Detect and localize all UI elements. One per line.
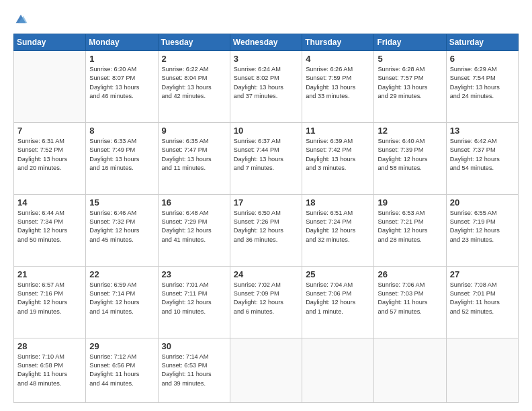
day-info: Sunrise: 6:20 AMSunset: 8:07 PMDaylight:… — [89, 65, 154, 101]
calendar-cell — [446, 338, 518, 402]
calendar-week-row: 21Sunrise: 6:57 AMSunset: 7:16 PMDayligh… — [14, 266, 519, 338]
day-info: Sunrise: 6:53 AMSunset: 7:21 PMDaylight:… — [378, 209, 442, 244]
calendar-header-wednesday: Wednesday — [230, 34, 302, 51]
calendar-cell: 10Sunrise: 6:37 AMSunset: 7:44 PMDayligh… — [230, 122, 302, 194]
day-number: 8 — [89, 126, 154, 136]
day-info: Sunrise: 7:10 AMSunset: 6:58 PMDaylight:… — [17, 353, 82, 388]
day-number: 1 — [89, 54, 154, 64]
day-info: Sunrise: 6:57 AMSunset: 7:16 PMDaylight:… — [17, 281, 82, 316]
calendar-cell: 5Sunrise: 6:28 AMSunset: 7:57 PMDaylight… — [374, 51, 446, 123]
calendar-header-thursday: Thursday — [302, 34, 374, 51]
calendar-cell: 6Sunrise: 6:29 AMSunset: 7:54 PMDaylight… — [446, 51, 518, 123]
day-number: 9 — [162, 126, 226, 136]
calendar-cell: 18Sunrise: 6:51 AMSunset: 7:24 PMDayligh… — [302, 194, 374, 266]
day-number: 4 — [306, 54, 370, 64]
calendar-cell: 3Sunrise: 6:24 AMSunset: 8:02 PMDaylight… — [230, 51, 302, 123]
day-info: Sunrise: 6:37 AMSunset: 7:44 PMDaylight:… — [234, 137, 298, 173]
calendar-header-sunday: Sunday — [14, 34, 86, 51]
day-info: Sunrise: 6:44 AMSunset: 7:34 PMDaylight:… — [17, 209, 82, 244]
day-info: Sunrise: 6:22 AMSunset: 8:04 PMDaylight:… — [162, 65, 226, 101]
day-info: Sunrise: 6:31 AMSunset: 7:52 PMDaylight:… — [17, 137, 82, 173]
day-number: 13 — [450, 126, 515, 136]
day-number: 10 — [234, 126, 298, 136]
day-number: 26 — [378, 269, 442, 279]
calendar-cell: 11Sunrise: 6:39 AMSunset: 7:42 PMDayligh… — [302, 122, 374, 194]
day-number: 15 — [89, 197, 154, 208]
calendar-cell: 26Sunrise: 7:06 AMSunset: 7:03 PMDayligh… — [374, 266, 446, 338]
calendar-cell: 21Sunrise: 6:57 AMSunset: 7:16 PMDayligh… — [14, 266, 86, 338]
day-number: 2 — [162, 54, 226, 64]
calendar-header-monday: Monday — [86, 34, 158, 51]
day-info: Sunrise: 6:48 AMSunset: 7:29 PMDaylight:… — [162, 209, 226, 244]
header — [13, 12, 519, 27]
day-number: 18 — [306, 197, 370, 208]
calendar-cell: 29Sunrise: 7:12 AMSunset: 6:56 PMDayligh… — [86, 338, 158, 402]
day-number: 28 — [17, 341, 82, 351]
calendar-cell: 15Sunrise: 6:46 AMSunset: 7:32 PMDayligh… — [86, 194, 158, 266]
calendar-cell: 23Sunrise: 7:01 AMSunset: 7:11 PMDayligh… — [158, 266, 230, 338]
calendar-cell: 7Sunrise: 6:31 AMSunset: 7:52 PMDaylight… — [14, 122, 86, 194]
calendar-cell: 2Sunrise: 6:22 AMSunset: 8:04 PMDaylight… — [158, 51, 230, 123]
calendar-cell — [302, 338, 374, 402]
day-info: Sunrise: 7:01 AMSunset: 7:11 PMDaylight:… — [162, 281, 226, 316]
day-info: Sunrise: 6:59 AMSunset: 7:14 PMDaylight:… — [89, 281, 154, 316]
day-number: 5 — [378, 54, 442, 64]
day-number: 7 — [17, 126, 82, 136]
day-number: 22 — [89, 269, 154, 279]
day-info: Sunrise: 6:51 AMSunset: 7:24 PMDaylight:… — [306, 209, 370, 244]
day-info: Sunrise: 6:26 AMSunset: 7:59 PMDaylight:… — [306, 65, 370, 101]
calendar-header-tuesday: Tuesday — [158, 34, 230, 51]
day-info: Sunrise: 7:12 AMSunset: 6:56 PMDaylight:… — [89, 353, 154, 388]
calendar-cell: 20Sunrise: 6:55 AMSunset: 7:19 PMDayligh… — [446, 194, 518, 266]
day-info: Sunrise: 6:29 AMSunset: 7:54 PMDaylight:… — [450, 65, 515, 101]
calendar-cell: 19Sunrise: 6:53 AMSunset: 7:21 PMDayligh… — [374, 194, 446, 266]
calendar-week-row: 1Sunrise: 6:20 AMSunset: 8:07 PMDaylight… — [14, 51, 519, 123]
calendar-header-saturday: Saturday — [446, 34, 518, 51]
day-number: 12 — [378, 126, 442, 136]
day-number: 6 — [450, 54, 515, 64]
day-number: 27 — [450, 269, 515, 279]
calendar-table: SundayMondayTuesdayWednesdayThursdayFrid… — [13, 34, 519, 403]
day-number: 20 — [450, 197, 515, 208]
day-number: 14 — [17, 197, 82, 208]
day-info: Sunrise: 7:04 AMSunset: 7:06 PMDaylight:… — [306, 281, 370, 316]
day-info: Sunrise: 6:24 AMSunset: 8:02 PMDaylight:… — [234, 65, 298, 101]
day-info: Sunrise: 7:14 AMSunset: 6:53 PMDaylight:… — [162, 353, 226, 388]
day-number: 30 — [162, 341, 226, 351]
day-number: 17 — [234, 197, 298, 208]
calendar-week-row: 14Sunrise: 6:44 AMSunset: 7:34 PMDayligh… — [14, 194, 519, 266]
calendar-cell — [230, 338, 302, 402]
day-info: Sunrise: 6:42 AMSunset: 7:37 PMDaylight:… — [450, 137, 515, 173]
day-number: 29 — [89, 341, 154, 351]
calendar-cell: 27Sunrise: 7:08 AMSunset: 7:01 PMDayligh… — [446, 266, 518, 338]
calendar-week-row: 7Sunrise: 6:31 AMSunset: 7:52 PMDaylight… — [14, 122, 519, 194]
logo — [13, 12, 31, 27]
day-info: Sunrise: 7:02 AMSunset: 7:09 PMDaylight:… — [234, 281, 298, 316]
calendar-cell: 1Sunrise: 6:20 AMSunset: 8:07 PMDaylight… — [86, 51, 158, 123]
day-number: 3 — [234, 54, 298, 64]
day-info: Sunrise: 6:55 AMSunset: 7:19 PMDaylight:… — [450, 209, 515, 244]
calendar-cell: 25Sunrise: 7:04 AMSunset: 7:06 PMDayligh… — [302, 266, 374, 338]
day-info: Sunrise: 6:39 AMSunset: 7:42 PMDaylight:… — [306, 137, 370, 173]
calendar-cell: 22Sunrise: 6:59 AMSunset: 7:14 PMDayligh… — [86, 266, 158, 338]
calendar-cell — [374, 338, 446, 402]
calendar-cell: 12Sunrise: 6:40 AMSunset: 7:39 PMDayligh… — [374, 122, 446, 194]
calendar-cell: 16Sunrise: 6:48 AMSunset: 7:29 PMDayligh… — [158, 194, 230, 266]
day-info: Sunrise: 7:06 AMSunset: 7:03 PMDaylight:… — [378, 281, 442, 316]
day-info: Sunrise: 6:33 AMSunset: 7:49 PMDaylight:… — [89, 137, 154, 173]
day-info: Sunrise: 6:35 AMSunset: 7:47 PMDaylight:… — [162, 137, 226, 173]
calendar-cell: 8Sunrise: 6:33 AMSunset: 7:49 PMDaylight… — [86, 122, 158, 194]
day-info: Sunrise: 7:08 AMSunset: 7:01 PMDaylight:… — [450, 281, 515, 316]
calendar-header-row: SundayMondayTuesdayWednesdayThursdayFrid… — [14, 34, 519, 51]
calendar-week-row: 28Sunrise: 7:10 AMSunset: 6:58 PMDayligh… — [14, 338, 519, 402]
day-number: 24 — [234, 269, 298, 279]
calendar-cell: 17Sunrise: 6:50 AMSunset: 7:26 PMDayligh… — [230, 194, 302, 266]
calendar-cell: 28Sunrise: 7:10 AMSunset: 6:58 PMDayligh… — [14, 338, 86, 402]
calendar-cell: 30Sunrise: 7:14 AMSunset: 6:53 PMDayligh… — [158, 338, 230, 402]
calendar-cell: 4Sunrise: 6:26 AMSunset: 7:59 PMDaylight… — [302, 51, 374, 123]
day-info: Sunrise: 6:40 AMSunset: 7:39 PMDaylight:… — [378, 137, 442, 173]
calendar-cell — [14, 51, 86, 123]
day-info: Sunrise: 6:46 AMSunset: 7:32 PMDaylight:… — [89, 209, 154, 244]
logo-icon — [13, 12, 28, 27]
calendar-cell: 13Sunrise: 6:42 AMSunset: 7:37 PMDayligh… — [446, 122, 518, 194]
